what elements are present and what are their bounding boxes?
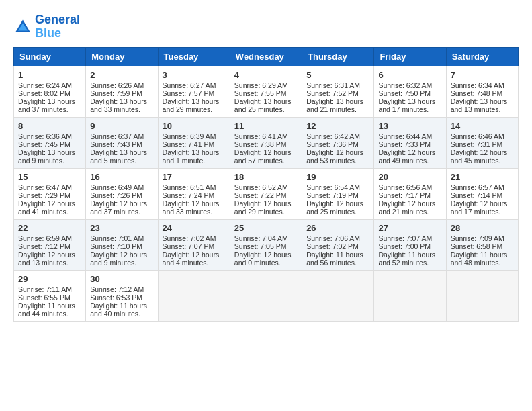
empty-cell xyxy=(230,270,302,321)
day-info-line: and 4 minutes. xyxy=(163,259,226,267)
day-info-line: Sunset: 8:02 PM xyxy=(18,89,81,97)
day-info-line: Sunrise: 6:49 AM xyxy=(90,183,153,191)
day-info-line: Sunrise: 6:59 AM xyxy=(18,234,81,242)
day-info-line: Daylight: 12 hours xyxy=(306,199,369,208)
day-number: 2 xyxy=(90,70,153,80)
logo: General Blue xyxy=(13,13,80,40)
day-info-line: Sunset: 7:41 PM xyxy=(163,140,226,148)
day-info-line: Sunset: 7:19 PM xyxy=(306,191,369,199)
day-info-line: Sunset: 7:05 PM xyxy=(234,242,298,250)
day-info-line: Sunset: 7:43 PM xyxy=(90,140,153,148)
day-info-line: Sunrise: 6:42 AM xyxy=(306,132,369,140)
logo-text: General Blue xyxy=(35,13,80,40)
day-info-line: and 21 minutes. xyxy=(378,208,441,216)
day-cell: 29Sunrise: 7:11 AMSunset: 6:55 PMDayligh… xyxy=(14,270,86,321)
calendar-week-row: 22Sunrise: 6:59 AMSunset: 7:12 PMDayligh… xyxy=(14,219,519,270)
day-info-line: Sunset: 7:38 PM xyxy=(234,140,298,148)
day-number: 14 xyxy=(451,121,514,131)
day-number: 3 xyxy=(163,70,226,80)
day-info-line: Daylight: 12 hours xyxy=(306,148,369,156)
day-cell: 11Sunrise: 6:41 AMSunset: 7:38 PMDayligh… xyxy=(230,117,302,168)
day-cell: 18Sunrise: 6:52 AMSunset: 7:22 PMDayligh… xyxy=(230,168,302,219)
day-info-line: Sunset: 6:58 PM xyxy=(451,242,514,250)
day-info-line: Sunrise: 6:47 AM xyxy=(18,183,81,191)
day-info-line: and 25 minutes. xyxy=(306,208,369,216)
day-info-line: Sunset: 7:02 PM xyxy=(306,242,369,250)
calendar-week-row: 1Sunrise: 6:24 AMSunset: 8:02 PMDaylight… xyxy=(14,66,519,117)
day-info-line: and 13 minutes. xyxy=(451,105,514,113)
day-info-line: Daylight: 13 hours xyxy=(163,148,226,156)
day-info-line: Sunset: 7:24 PM xyxy=(163,191,226,199)
day-info-line: and 25 minutes. xyxy=(234,105,298,113)
day-info-line: and 37 minutes. xyxy=(18,105,81,113)
day-info-line: Daylight: 11 hours xyxy=(18,302,81,310)
day-info-line: Sunset: 7:26 PM xyxy=(90,191,153,199)
logo-icon xyxy=(13,17,32,36)
day-cell: 16Sunrise: 6:49 AMSunset: 7:26 PMDayligh… xyxy=(86,168,158,219)
day-cell: 13Sunrise: 6:44 AMSunset: 7:33 PMDayligh… xyxy=(374,117,446,168)
day-info-line: Sunset: 7:52 PM xyxy=(306,89,369,97)
day-info-line: Daylight: 12 hours xyxy=(378,199,441,208)
day-info-line: Sunset: 7:59 PM xyxy=(90,89,153,97)
day-info-line: Sunset: 7:45 PM xyxy=(18,140,81,148)
day-header-tuesday: Tuesday xyxy=(158,47,230,66)
day-number: 10 xyxy=(163,121,226,131)
day-cell: 24Sunrise: 7:02 AMSunset: 7:07 PMDayligh… xyxy=(158,219,230,270)
day-cell: 7Sunrise: 6:34 AMSunset: 7:48 PMDaylight… xyxy=(446,66,518,117)
day-cell: 8Sunrise: 6:36 AMSunset: 7:45 PMDaylight… xyxy=(14,117,86,168)
day-header-friday: Friday xyxy=(374,47,446,66)
day-number: 20 xyxy=(378,172,441,182)
day-cell: 20Sunrise: 6:56 AMSunset: 7:17 PMDayligh… xyxy=(374,168,446,219)
calendar-week-row: 15Sunrise: 6:47 AMSunset: 7:29 PMDayligh… xyxy=(14,168,519,219)
day-cell: 25Sunrise: 7:04 AMSunset: 7:05 PMDayligh… xyxy=(230,219,302,270)
day-cell: 14Sunrise: 6:46 AMSunset: 7:31 PMDayligh… xyxy=(446,117,518,168)
day-info-line: Daylight: 12 hours xyxy=(163,199,226,208)
day-info-line: Sunrise: 6:56 AM xyxy=(378,183,441,191)
day-number: 16 xyxy=(90,172,153,182)
calendar-week-row: 8Sunrise: 6:36 AMSunset: 7:45 PMDaylight… xyxy=(14,117,519,168)
day-cell: 26Sunrise: 7:06 AMSunset: 7:02 PMDayligh… xyxy=(302,219,374,270)
day-info-line: Sunrise: 6:57 AM xyxy=(451,183,514,191)
day-info-line: Sunrise: 7:01 AM xyxy=(90,234,153,242)
day-cell: 28Sunrise: 7:09 AMSunset: 6:58 PMDayligh… xyxy=(446,219,518,270)
day-cell: 12Sunrise: 6:42 AMSunset: 7:36 PMDayligh… xyxy=(302,117,374,168)
day-info-line: Sunrise: 6:52 AM xyxy=(234,183,298,191)
day-info-line: Daylight: 11 hours xyxy=(306,250,369,259)
day-info-line: Sunrise: 6:41 AM xyxy=(234,132,298,140)
day-info-line: and 56 minutes. xyxy=(306,259,369,267)
day-info-line: Sunrise: 6:46 AM xyxy=(451,132,514,140)
day-info-line: Sunrise: 7:02 AM xyxy=(163,234,226,242)
day-info-line: and 0 minutes. xyxy=(234,259,298,267)
day-cell: 19Sunrise: 6:54 AMSunset: 7:19 PMDayligh… xyxy=(302,168,374,219)
day-cell: 27Sunrise: 7:07 AMSunset: 7:00 PMDayligh… xyxy=(374,219,446,270)
day-info-line: Sunrise: 7:11 AM xyxy=(18,285,81,293)
day-number: 24 xyxy=(163,223,226,233)
day-info-line: Daylight: 12 hours xyxy=(18,250,81,259)
day-number: 18 xyxy=(234,172,298,182)
empty-cell xyxy=(374,270,446,321)
day-info-line: Daylight: 12 hours xyxy=(18,199,81,208)
day-info-line: Sunset: 6:53 PM xyxy=(90,293,153,302)
day-cell: 23Sunrise: 7:01 AMSunset: 7:10 PMDayligh… xyxy=(86,219,158,270)
day-number: 19 xyxy=(306,172,369,182)
day-info-line: Daylight: 12 hours xyxy=(90,199,153,208)
day-info-line: Daylight: 12 hours xyxy=(163,250,226,259)
day-info-line: and 33 minutes. xyxy=(163,208,226,216)
day-info-line: Daylight: 12 hours xyxy=(451,148,514,156)
day-cell: 3Sunrise: 6:27 AMSunset: 7:57 PMDaylight… xyxy=(158,66,230,117)
day-info-line: Daylight: 13 hours xyxy=(163,97,226,105)
day-info-line: and 21 minutes. xyxy=(306,105,369,113)
day-info-line: and 29 minutes. xyxy=(163,105,226,113)
day-info-line: Sunrise: 6:37 AM xyxy=(90,132,153,140)
day-info-line: Daylight: 13 hours xyxy=(306,97,369,105)
day-info-line: Sunrise: 7:06 AM xyxy=(306,234,369,242)
day-header-saturday: Saturday xyxy=(446,47,518,66)
day-info-line: Sunrise: 6:32 AM xyxy=(378,81,441,89)
day-cell: 21Sunrise: 6:57 AMSunset: 7:14 PMDayligh… xyxy=(446,168,518,219)
day-info-line: and 17 minutes. xyxy=(451,208,514,216)
day-info-line: and 45 minutes. xyxy=(451,156,514,165)
day-header-wednesday: Wednesday xyxy=(230,47,302,66)
day-number: 13 xyxy=(378,121,441,131)
day-info-line: Sunrise: 6:31 AM xyxy=(306,81,369,89)
day-info-line: Sunset: 7:33 PM xyxy=(378,140,441,148)
